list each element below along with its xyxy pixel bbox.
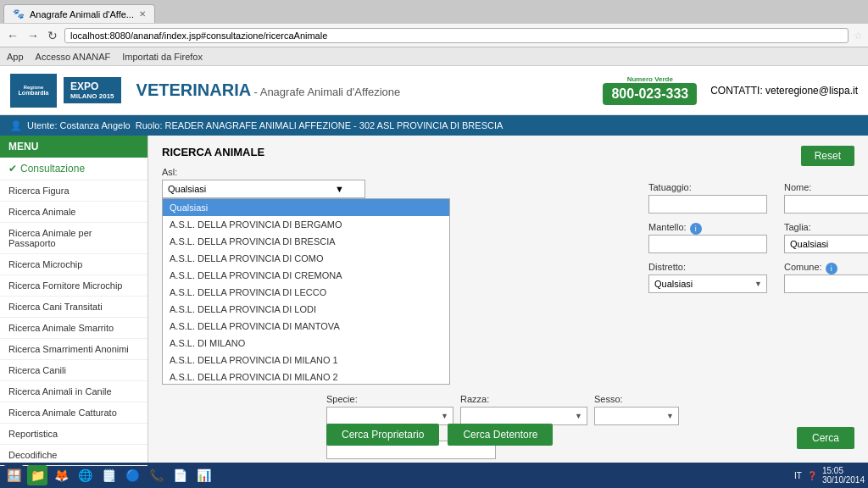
tatuaggio-nome-row: Tatuaggio: Nome: <box>648 182 809 214</box>
user-prefix: Utente: Costanza Angelo <box>27 120 131 130</box>
mantello-input[interactable] <box>648 235 767 253</box>
asl-option-cremona[interactable]: A.S.L. DELLA PROVINCIA DI CREMONA <box>163 267 449 284</box>
asl-option-lodi[interactable]: A.S.L. DELLA PROVINCIA DI LODI <box>163 301 449 318</box>
bookmark-bar: App Accesso ANANAF Importati da Firefox <box>0 47 868 66</box>
sidebar-item-ricerca-animale[interactable]: Ricerca Animale <box>0 202 147 223</box>
sidebar-item-ricerca-animali-canile[interactable]: Ricerca Animali in Canile <box>0 381 147 402</box>
sidebar-ricerca-figura-label: Ricerca Figura <box>8 186 70 196</box>
nome-label: Nome: <box>784 182 868 192</box>
sidebar-item-reportistica[interactable]: Reportistica <box>0 424 147 445</box>
specie-label: Specie: <box>326 394 453 404</box>
tab-bar: 🐾 Anagrafe Animali d'Affe... ✕ <box>0 0 868 24</box>
sidebar-item-ricerca-fornitore-microchip[interactable]: Ricerca Fornitore Microchip <box>0 275 147 297</box>
taskbar-icon-5[interactable]: 🔵 <box>122 465 142 485</box>
sidebar-item-decodifiche[interactable]: Decodifiche <box>0 445 147 466</box>
asl-option-lecco[interactable]: A.S.L. DELLA PROVINCIA DI LECCO <box>163 284 449 301</box>
tatuaggio-input[interactable] <box>648 195 767 214</box>
taskbar-icon-4[interactable]: 🗒️ <box>98 465 119 485</box>
app-title-group: VETERINARIA - Anagrafe Animali d'Affezio… <box>130 80 401 100</box>
distretto-select[interactable]: Qualsiasi <box>648 274 767 293</box>
browser-tab[interactable]: 🐾 Anagrafe Animali d'Affe... ✕ <box>3 4 155 23</box>
asl-dropdown-list[interactable]: Qualsiasi A.S.L. DELLA PROVINCIA DI BERG… <box>162 198 450 385</box>
mantello-label: Mantello: <box>648 222 687 232</box>
cerca-button[interactable]: Cerca <box>797 427 854 449</box>
help-icon[interactable]: ❓ <box>807 471 817 480</box>
asl-option-como[interactable]: A.S.L. DELLA PROVINCIA DI COMO <box>163 250 449 267</box>
mantello-taglia-row: Mantello: i Taglia: Qualsiasi <box>648 222 809 253</box>
sidebar-item-ricerca-microchip[interactable]: Ricerca Microchip <box>0 254 147 275</box>
contatti-label: CONTATTI: <box>710 85 763 97</box>
sidebar-item-ricerca-figura[interactable]: Ricerca Figura <box>0 180 147 202</box>
bookmark-ananaf[interactable]: Accesso ANANAF <box>36 52 111 62</box>
nome-input[interactable] <box>784 195 868 214</box>
razza-select[interactable] <box>460 407 587 425</box>
forward-button[interactable]: → <box>25 29 41 42</box>
taglia-select[interactable]: Qualsiasi <box>784 235 868 253</box>
specie-row: Specie: Razza: Ses <box>326 394 679 425</box>
asl-option-milano2[interactable]: A.S.L. DELLA PROVINCIA DI MILANO 2 <box>163 369 449 385</box>
tab-close-btn[interactable]: ✕ <box>139 9 146 19</box>
taskbar-icon-7[interactable]: 📄 <box>170 465 190 485</box>
asl-label: Asl: <box>162 167 854 177</box>
sidebar: MENU ✔ Consultazione Ricerca Figura Rice… <box>0 136 148 463</box>
bookmark-firefox[interactable]: Importati da Firefox <box>122 52 203 62</box>
comune-info-icon[interactable]: i <box>826 263 837 274</box>
sidebar-reportistica-label: Reportistica <box>8 429 58 439</box>
sidebar-item-ricerca-animale-catturato[interactable]: Ricerca Animale Catturato <box>0 402 147 424</box>
mantello-info-icon[interactable]: i <box>690 223 702 235</box>
tatuaggio-label: Tatuaggio: <box>648 182 767 192</box>
reset-button[interactable]: Reset <box>801 146 854 166</box>
user-role: Ruolo: READER ANAGRAFE ANIMALI AFFEZIONE… <box>136 120 504 130</box>
star-icon[interactable]: ☆ <box>854 30 863 42</box>
chevron-down-icon: ▼ <box>335 184 344 194</box>
asl-option-brescia[interactable]: A.S.L. DELLA PROVINCIA DI BRESCIA <box>163 233 449 250</box>
url-input[interactable] <box>64 28 849 43</box>
mantello-group: Mantello: i <box>648 222 767 253</box>
sidebar-item-ricerca-canili[interactable]: Ricerca Canili <box>0 360 147 381</box>
sidebar-ricerca-animale-catturato-label: Ricerca Animale Catturato <box>8 408 117 418</box>
expo-logo: EXPO MILANO 2015 <box>64 77 121 103</box>
asl-option-mantova[interactable]: A.S.L. DELLA PROVINCIA DI MANTOVA <box>163 318 449 335</box>
tatuaggio-group: Tatuaggio: <box>648 182 767 214</box>
cerca-proprietario-button[interactable]: Cerca Proprietario <box>326 424 439 446</box>
taglia-label: Taglia: <box>784 222 868 232</box>
tab-title: Anagrafe Animali d'Affe... <box>30 9 134 19</box>
app-header: Regione Lombardia EXPO MILANO 2015 VETER… <box>0 66 868 115</box>
sidebar-item-ricerca-animale-smarrito[interactable]: Ricerca Animale Smarrito <box>0 318 147 339</box>
comune-input[interactable] <box>784 274 868 293</box>
taskbar-lang: IT <box>794 471 802 480</box>
razza-label: Razza: <box>460 394 587 404</box>
bookmark-app[interactable]: App <box>7 52 24 62</box>
asl-option-milano[interactable]: A.S.L. DI MILANO <box>163 335 449 352</box>
sidebar-item-ricerca-cani-transitati[interactable]: Ricerca Cani Transitati <box>0 297 147 318</box>
distretto-group: Distretto: Qualsiasi <box>648 262 767 293</box>
sidebar-item-ricerca-smarrimenti-anonimi[interactable]: Ricerca Smarrimenti Anonimi <box>0 339 147 360</box>
start-button[interactable]: 🪟 <box>3 465 24 485</box>
reload-button[interactable]: ↻ <box>46 29 59 42</box>
sidebar-item-consultazione[interactable]: ✔ Consultazione <box>0 158 147 180</box>
taglia-select-wrapper: Qualsiasi <box>784 235 868 253</box>
user-icon: 👤 <box>10 120 22 131</box>
taskbar-icon-8[interactable]: 📊 <box>193 465 214 485</box>
specie-select[interactable] <box>326 407 453 425</box>
asl-option-bergamo[interactable]: A.S.L. DELLA PROVINCIA DI BERGAMO <box>163 216 449 233</box>
asl-option-qualsiasi[interactable]: Qualsiasi <box>163 199 449 216</box>
browser-chrome: 🐾 Anagrafe Animali d'Affe... ✕ ← → ↻ ☆ A… <box>0 0 868 66</box>
logo-region: Regione Lombardia EXPO MILANO 2015 <box>10 74 121 108</box>
sesso-select[interactable] <box>594 407 679 425</box>
taskbar-icon-3[interactable]: 🌐 <box>75 465 95 485</box>
cerca-detentore-button[interactable]: Cerca Detentore <box>448 424 553 446</box>
sidebar-ricerca-animali-canile-label: Ricerca Animali in Canile <box>8 386 112 396</box>
sidebar-ricerca-animale-passaporto-label: Ricerca Animale per Passaporto <box>8 228 92 248</box>
asl-option-milano1[interactable]: A.S.L. DELLA PROVINCIA DI MILANO 1 <box>163 352 449 369</box>
asl-selected-value: Qualsiasi <box>168 184 206 194</box>
taskbar-icon-2[interactable]: 🦊 <box>51 465 71 485</box>
sidebar-item-ricerca-animale-passaporto[interactable]: Ricerca Animale per Passaporto <box>0 223 147 254</box>
taskbar-icon-1[interactable]: 📁 <box>27 465 47 485</box>
address-bar: ← → ↻ ☆ <box>0 24 868 47</box>
back-button[interactable]: ← <box>5 29 20 42</box>
numero-verde: 800-023-333 <box>603 83 697 105</box>
taskbar-icon-6[interactable]: 📞 <box>146 465 166 485</box>
nome-group: Nome: <box>784 182 868 214</box>
asl-select[interactable]: Qualsiasi ▼ <box>162 180 365 198</box>
